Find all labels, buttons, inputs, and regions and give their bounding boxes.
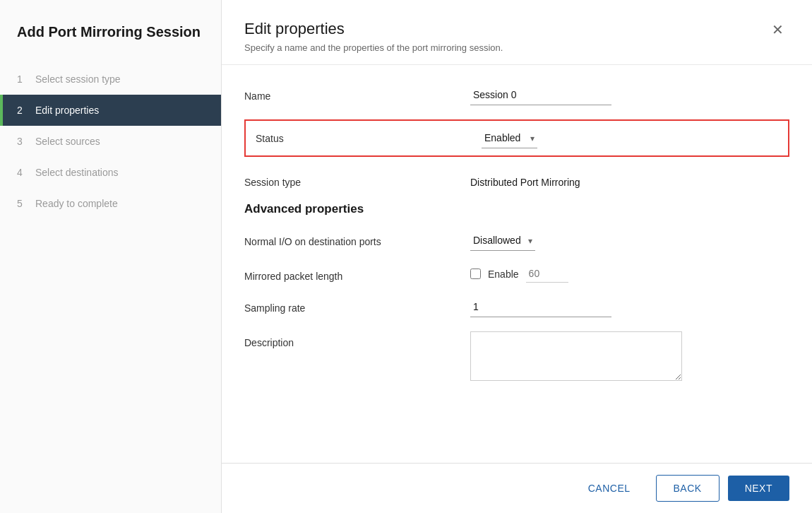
form-area: Name Status Enabled Disabled bbox=[222, 65, 812, 463]
packet-length-input[interactable] bbox=[526, 265, 568, 283]
step-number-1: 1 bbox=[17, 73, 28, 85]
normal-io-control: Disallowed Allowed bbox=[470, 230, 789, 251]
mirrored-packet-control: Enable bbox=[470, 265, 789, 283]
step-number-4: 4 bbox=[17, 167, 28, 178]
normal-io-label: Normal I/O on destination ports bbox=[244, 230, 470, 247]
cancel-button[interactable]: CANCEL bbox=[571, 476, 647, 501]
session-type-row: Session type Distributed Port Mirroring bbox=[244, 171, 789, 188]
status-row: Status Enabled Disabled bbox=[244, 119, 789, 157]
sampling-rate-input[interactable] bbox=[470, 297, 611, 317]
description-control bbox=[470, 331, 789, 383]
name-control bbox=[470, 85, 789, 105]
status-control: Enabled Disabled bbox=[482, 128, 537, 148]
sidebar-step-3[interactable]: 3 Select sources bbox=[0, 126, 221, 157]
description-textarea[interactable] bbox=[470, 331, 682, 381]
step-label-3: Select sources bbox=[35, 136, 100, 147]
next-label: NEXT bbox=[745, 483, 772, 494]
sidebar-step-1[interactable]: 1 Select session type bbox=[0, 64, 221, 95]
mirrored-packet-checkbox[interactable] bbox=[470, 269, 481, 279]
step-label-2: Edit properties bbox=[35, 105, 99, 116]
back-button[interactable]: BACK bbox=[656, 475, 720, 502]
sidebar: Add Port Mirroring Session 1 Select sess… bbox=[0, 0, 222, 513]
mirrored-packet-checkbox-row: Enable bbox=[470, 265, 789, 283]
step-label-5: Ready to complete bbox=[35, 198, 118, 209]
description-row: Description bbox=[244, 331, 789, 383]
session-type-label: Session type bbox=[244, 171, 470, 188]
mirrored-packet-label: Mirrored packet length bbox=[244, 265, 470, 282]
footer: CANCEL BACK NEXT bbox=[222, 463, 812, 513]
main-content: Edit properties Specify a name and the p… bbox=[222, 0, 812, 513]
close-button[interactable]: ✕ bbox=[766, 20, 789, 40]
name-label: Name bbox=[244, 85, 470, 102]
main-header: Edit properties Specify a name and the p… bbox=[222, 0, 812, 65]
status-label: Status bbox=[256, 133, 482, 144]
cancel-label: CANCEL bbox=[588, 483, 631, 494]
sampling-rate-control bbox=[470, 297, 789, 317]
enable-label: Enable bbox=[488, 269, 519, 280]
sidebar-step-2[interactable]: 2 Edit properties bbox=[0, 95, 221, 126]
sidebar-title: Add Port Mirroring Session bbox=[0, 23, 221, 64]
sidebar-step-5[interactable]: 5 Ready to complete bbox=[0, 188, 221, 219]
step-number-3: 3 bbox=[17, 136, 28, 147]
modal-container: Add Port Mirroring Session 1 Select sess… bbox=[0, 0, 812, 513]
session-type-value: Distributed Port Mirroring bbox=[470, 171, 580, 188]
normal-io-row: Normal I/O on destination ports Disallow… bbox=[244, 230, 789, 251]
page-title: Edit properties bbox=[244, 20, 503, 38]
sidebar-steps: 1 Select session type 2 Edit properties … bbox=[0, 64, 221, 219]
step-label-1: Select session type bbox=[35, 73, 121, 85]
back-label: BACK bbox=[674, 483, 702, 494]
close-icon: ✕ bbox=[772, 22, 784, 37]
step-label-4: Select destinations bbox=[35, 167, 119, 178]
name-row: Name bbox=[244, 85, 789, 105]
page-subtitle: Specify a name and the properties of the… bbox=[244, 42, 503, 53]
sampling-rate-label: Sampling rate bbox=[244, 297, 470, 314]
sidebar-step-4[interactable]: 4 Select destinations bbox=[0, 157, 221, 188]
status-select-wrapper: Enabled Disabled bbox=[482, 128, 537, 148]
status-select[interactable]: Enabled Disabled bbox=[482, 128, 537, 148]
mirrored-packet-row: Mirrored packet length Enable bbox=[244, 265, 789, 283]
next-button[interactable]: NEXT bbox=[728, 476, 789, 501]
normal-io-select-wrapper: Disallowed Allowed bbox=[470, 230, 535, 251]
advanced-properties-title: Advanced properties bbox=[244, 202, 789, 216]
step-number-5: 5 bbox=[17, 198, 28, 209]
step-number-2: 2 bbox=[17, 105, 28, 116]
sampling-rate-row: Sampling rate bbox=[244, 297, 789, 317]
name-input[interactable] bbox=[470, 85, 611, 105]
description-label: Description bbox=[244, 331, 470, 348]
header-left: Edit properties Specify a name and the p… bbox=[244, 20, 503, 53]
normal-io-select[interactable]: Disallowed Allowed bbox=[470, 230, 535, 251]
